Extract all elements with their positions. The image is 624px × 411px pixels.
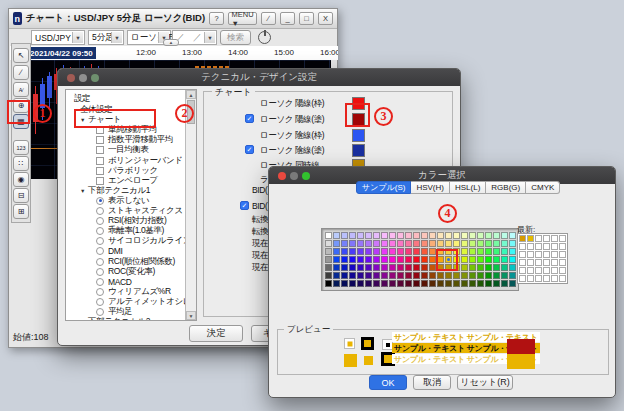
symbol-select[interactable]: USD/JPY ▼ (31, 30, 85, 45)
duplicate-icon[interactable]: ⊞ (13, 204, 29, 219)
print-icon[interactable]: ⊟ (13, 188, 29, 203)
palette-cell[interactable] (445, 232, 452, 239)
color-swatch[interactable] (352, 97, 365, 110)
palette-cell[interactable] (325, 280, 332, 287)
palette-cell[interactable] (333, 272, 340, 279)
chevron-down-icon[interactable]: ▼ (72, 32, 83, 43)
palette-cell[interactable] (381, 256, 388, 263)
palette-cell[interactable] (341, 256, 348, 263)
close-light-icon[interactable] (67, 74, 75, 82)
palette-cell[interactable] (405, 280, 412, 287)
palette-cell[interactable] (509, 264, 516, 271)
palette-cell[interactable] (333, 248, 340, 255)
tree-root[interactable]: 設定 (74, 94, 90, 104)
radio-button[interactable] (96, 247, 104, 255)
palette-cell[interactable] (373, 248, 380, 255)
recent-color-cell[interactable] (551, 243, 558, 250)
palette-cell[interactable] (381, 280, 388, 287)
palette-cell[interactable] (437, 256, 444, 263)
settings-titlebar[interactable]: テクニカル・デザイン設定 (58, 69, 460, 86)
palette-cell[interactable] (445, 240, 452, 247)
palette-cell[interactable] (437, 264, 444, 271)
zoom-icon[interactable]: ⊕ (13, 98, 29, 113)
palette-cell[interactable] (477, 280, 484, 287)
palette-cell[interactable] (501, 264, 508, 271)
palette-cell[interactable] (429, 240, 436, 247)
palette-cell[interactable] (333, 264, 340, 271)
palette-cell[interactable] (509, 248, 516, 255)
palette-cell[interactable] (333, 232, 340, 239)
search-button[interactable]: 検索 (220, 30, 251, 45)
grid-icon[interactable]: ∷ (13, 156, 29, 171)
palette-cell[interactable] (501, 232, 508, 239)
palette-cell[interactable] (357, 248, 364, 255)
palette-cell[interactable] (349, 248, 356, 255)
palette-cell[interactable] (429, 256, 436, 263)
recent-color-cell[interactable] (535, 243, 542, 250)
checkbox-checked[interactable]: ✓ (245, 145, 254, 154)
checkbox[interactable] (96, 177, 104, 185)
recent-color-cell[interactable] (543, 267, 550, 274)
palette-cell[interactable] (493, 264, 500, 271)
palette-cell[interactable] (493, 256, 500, 263)
palette-cell[interactable] (381, 248, 388, 255)
palette-cell[interactable] (325, 256, 332, 263)
palette-cell[interactable] (493, 272, 500, 279)
palette-cell[interactable] (373, 272, 380, 279)
palette-cell[interactable] (477, 264, 484, 271)
zoom-light-icon[interactable] (91, 74, 99, 82)
tree-item-branch[interactable]: ▼下部テクニカル2 (80, 317, 150, 321)
radio-button[interactable] (96, 207, 104, 215)
radio-button[interactable] (96, 258, 104, 266)
palette-cell[interactable] (477, 256, 484, 263)
palette-cell[interactable] (469, 248, 476, 255)
palette-cell[interactable] (485, 256, 492, 263)
chevron-down-icon[interactable]: ▼ (204, 32, 215, 43)
tab-HSL(L)[interactable]: HSL(L) (450, 181, 486, 194)
recent-color-cell[interactable] (535, 259, 542, 266)
recent-color-cell[interactable] (551, 251, 558, 258)
palette-cell[interactable] (357, 240, 364, 247)
palette-cell[interactable] (421, 280, 428, 287)
close-light-icon[interactable] (278, 172, 286, 180)
palette-cell[interactable] (501, 240, 508, 247)
palette-cell[interactable] (485, 264, 492, 271)
palette-cell[interactable] (357, 264, 364, 271)
palette-cell[interactable] (397, 280, 404, 287)
palette-cell[interactable] (405, 240, 412, 247)
palette-cell[interactable] (421, 240, 428, 247)
palette-cell[interactable] (341, 240, 348, 247)
palette-cell[interactable] (389, 240, 396, 247)
radio-button[interactable] (96, 298, 104, 306)
palette-cell[interactable] (349, 232, 356, 239)
radio-button[interactable] (96, 197, 104, 205)
palette-cell[interactable] (349, 280, 356, 287)
palette-cell[interactable] (405, 264, 412, 271)
palette-cell[interactable] (501, 272, 508, 279)
scroll-up-icon[interactable]: ▲ (186, 90, 196, 99)
palette-cell[interactable] (509, 256, 516, 263)
palette-cell[interactable] (421, 264, 428, 271)
palette-cell[interactable] (421, 232, 428, 239)
tab-RGB(G)[interactable]: RGB(G) (486, 181, 526, 194)
palette-cell[interactable] (413, 232, 420, 239)
tree-item-radio[interactable]: ROC(変化率) (96, 267, 155, 277)
checkbox[interactable] (96, 136, 104, 144)
palette-cell[interactable] (421, 272, 428, 279)
palette-cell[interactable] (461, 280, 468, 287)
zoom-light-icon[interactable] (302, 172, 310, 180)
palette-cell[interactable] (365, 248, 372, 255)
palette-cell[interactable] (509, 272, 516, 279)
recent-color-cell[interactable] (527, 243, 534, 250)
palette-cell[interactable] (453, 264, 460, 271)
palette-cell[interactable] (509, 232, 516, 239)
cancel-button[interactable]: 取消 (413, 375, 451, 390)
palette-cell[interactable] (469, 240, 476, 247)
palette-cell[interactable] (349, 264, 356, 271)
checkbox[interactable] (96, 167, 104, 175)
palette-cell[interactable] (493, 280, 500, 287)
eye-icon[interactable]: ◉ (13, 172, 29, 187)
palette-cell[interactable] (381, 272, 388, 279)
scroll-down-icon[interactable]: ▼ (186, 311, 196, 320)
recent-color-cell[interactable] (519, 267, 526, 274)
